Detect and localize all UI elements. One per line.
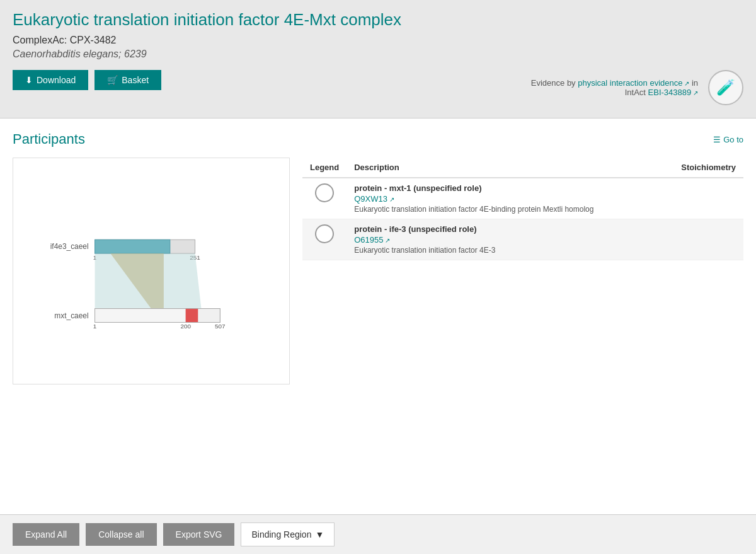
download-button[interactable]: ⬇ Download bbox=[13, 70, 88, 90]
basket-icon: 🛒 bbox=[107, 75, 118, 85]
svg-rect-5 bbox=[95, 309, 186, 323]
goto-link[interactable]: ☰ Go to bbox=[713, 135, 743, 144]
protein-id-1: Q9XW13 bbox=[354, 194, 666, 204]
protein-name-2: protein - ife-3 (unspecified role) bbox=[354, 224, 666, 234]
organism: Caenorhabditis elegans; 6239 bbox=[13, 49, 743, 60]
action-buttons: ⬇ Download 🛒 Basket bbox=[13, 70, 161, 90]
description-cell-1: protein - mxt-1 (unspecified role) Q9XW1… bbox=[346, 178, 673, 219]
legend-cell-2 bbox=[302, 219, 346, 260]
table-container: Legend Description Stoichiometry protein… bbox=[302, 158, 743, 384]
participants-header: Participants ☰ Go to bbox=[13, 131, 743, 147]
svg-rect-1 bbox=[95, 239, 170, 253]
svg-text:1: 1 bbox=[93, 323, 97, 330]
header-section: Eukaryotic translation initiation factor… bbox=[0, 0, 756, 118]
description-header: Description bbox=[346, 158, 673, 178]
download-icon: ⬇ bbox=[25, 75, 33, 85]
svg-rect-7 bbox=[198, 309, 220, 323]
legend-cell-1 bbox=[302, 178, 346, 219]
header-bottom: ⬇ Download 🛒 Basket Evidence by physical… bbox=[13, 70, 743, 105]
evidence-section: Evidence by physical interaction evidenc… bbox=[522, 70, 743, 105]
main-content: Participants ☰ Go to if4e3_caeel 1 251 bbox=[0, 118, 756, 397]
svg-rect-6 bbox=[186, 309, 198, 323]
protein-name-1: protein - mxt-1 (unspecified role) bbox=[354, 183, 666, 193]
stoich-cell-2 bbox=[673, 219, 743, 260]
description-cell-2: protein - ife-3 (unspecified role) O6195… bbox=[346, 219, 673, 260]
svg-text:507: 507 bbox=[215, 323, 226, 330]
table-row: protein - ife-3 (unspecified role) O6195… bbox=[302, 219, 743, 260]
uniprot-link-2[interactable]: O61955 bbox=[354, 235, 390, 245]
participants-table: Legend Description Stoichiometry protein… bbox=[302, 158, 743, 260]
flask-icon: 🧪 bbox=[716, 79, 735, 96]
uniprot-link-1[interactable]: Q9XW13 bbox=[354, 194, 394, 204]
intact-id-link[interactable]: EBI-343889 bbox=[648, 88, 698, 97]
flask-icon-container: 🧪 bbox=[708, 70, 743, 105]
svg-text:200: 200 bbox=[180, 323, 191, 330]
protein-desc-1: Eukaryotic translation initiation factor… bbox=[354, 205, 666, 214]
evidence-text: Evidence by physical interaction evidenc… bbox=[522, 78, 698, 97]
participants-body: if4e3_caeel 1 251 mxt_caeel bbox=[13, 158, 743, 384]
protein-desc-2: Eukaryotic translation initiation factor… bbox=[354, 246, 666, 255]
top-label: if4e3_caeel bbox=[50, 242, 89, 251]
complex-ac: ComplexAc: CPX-3482 bbox=[13, 35, 743, 46]
table-row: protein - mxt-1 (unspecified role) Q9XW1… bbox=[302, 178, 743, 219]
page-title: Eukaryotic translation initiation factor… bbox=[13, 10, 743, 30]
legend-circle-2 bbox=[315, 224, 334, 243]
stoichiometry-header: Stoichiometry bbox=[673, 158, 743, 178]
legend-circle-1 bbox=[315, 183, 334, 202]
interaction-diagram: if4e3_caeel 1 251 mxt_caeel bbox=[26, 171, 277, 371]
stoich-cell-1 bbox=[673, 178, 743, 219]
basket-button[interactable]: 🛒 Basket bbox=[94, 70, 161, 90]
protein-id-2: O61955 bbox=[354, 235, 666, 245]
menu-icon: ☰ bbox=[713, 135, 721, 144]
bottom-label: mxt_caeel bbox=[54, 311, 88, 320]
diagram-container: if4e3_caeel 1 251 mxt_caeel bbox=[13, 158, 290, 384]
legend-header: Legend bbox=[302, 158, 346, 178]
evidence-link[interactable]: physical interaction evidence bbox=[578, 78, 689, 88]
participants-title: Participants bbox=[13, 131, 85, 147]
